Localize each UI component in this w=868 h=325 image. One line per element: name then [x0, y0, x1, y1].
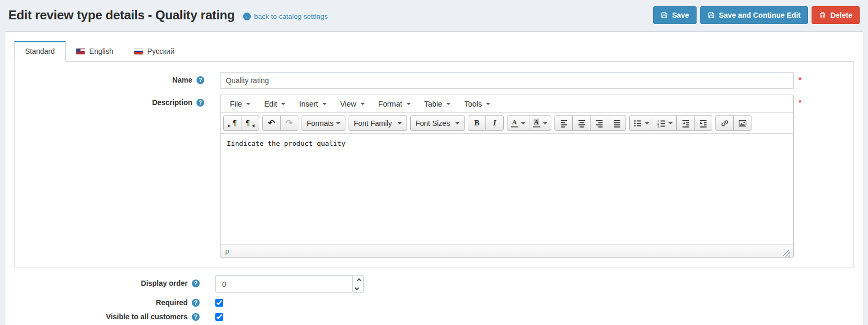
editor-content-area[interactable]: Iindicate the product quality: [221, 134, 793, 244]
trash-icon: [819, 11, 826, 19]
display-order-help-icon[interactable]: ?: [192, 280, 200, 287]
name-label: Name: [172, 76, 192, 84]
pilcrow-icon: ¶: [233, 119, 237, 127]
outdent-icon: [681, 119, 690, 127]
description-label-col: Description ?: [15, 95, 220, 107]
formats-dropdown[interactable]: Formats: [302, 115, 345, 131]
display-order-input[interactable]: [215, 275, 352, 293]
editor-menu-insert[interactable]: Insert: [292, 95, 333, 112]
save-and-continue-button[interactable]: Save and Continue Edit: [700, 6, 808, 24]
visible-to-all-label: Visible to all customers: [106, 312, 188, 321]
justify-icon: [613, 119, 621, 127]
chevron-down-icon: [361, 103, 365, 105]
resize-handle-icon[interactable]: [783, 250, 790, 257]
visible-to-all-row: Visible to all customers ?: [14, 312, 854, 321]
svg-text:3: 3: [657, 125, 659, 127]
align-right-button[interactable]: [590, 115, 608, 131]
element-path[interactable]: p: [225, 247, 229, 255]
tab-standard[interactable]: Standard: [14, 41, 66, 62]
editor-paragraph: Iindicate the product quality: [227, 140, 787, 147]
direction-group: ¶ ¶: [223, 115, 259, 131]
italic-button[interactable]: I: [485, 115, 504, 131]
floppy-icon: [661, 11, 668, 19]
align-left-button[interactable]: [554, 115, 573, 131]
chevron-down-icon: [246, 103, 250, 105]
align-right-icon: [595, 119, 604, 127]
editor-menu-tools[interactable]: Tools: [457, 95, 497, 112]
display-order-row: Display order ?: [14, 275, 854, 293]
editor-menu-view[interactable]: View: [333, 95, 372, 112]
name-required-marker: *: [798, 72, 802, 84]
tab-english[interactable]: English: [66, 41, 124, 62]
outdent-button[interactable]: [676, 115, 695, 131]
chevron-down-icon: [446, 103, 450, 105]
spinner-up-button[interactable]: [353, 276, 363, 284]
pilcrow-icon: ¶: [246, 119, 250, 127]
tab-standard-label: Standard: [25, 47, 55, 55]
name-help-icon[interactable]: ?: [196, 76, 204, 84]
insert-group: [715, 115, 751, 131]
background-color-icon: A: [533, 119, 540, 127]
required-label: Required: [156, 298, 188, 307]
justify-button[interactable]: [608, 115, 626, 131]
editor-menu-table[interactable]: Table: [418, 95, 458, 112]
menu-tools-label: Tools: [464, 100, 482, 108]
font-family-dropdown[interactable]: Font Family: [349, 115, 407, 131]
chevron-up-icon: [357, 278, 361, 282]
font-sizes-dropdown[interactable]: Font Sizes: [410, 115, 465, 131]
chevron-down-icon: [281, 103, 285, 105]
insert-image-button[interactable]: [733, 115, 751, 131]
editor-menu-file[interactable]: File: [223, 95, 257, 112]
editor-menu-format[interactable]: Format: [372, 95, 418, 112]
editor-menu-edit[interactable]: Edit: [257, 95, 292, 112]
indent-button[interactable]: [694, 115, 712, 131]
name-input[interactable]: [220, 72, 794, 89]
save-button-label: Save: [672, 11, 689, 19]
redo-button[interactable]: ↷: [280, 115, 298, 131]
required-help-icon[interactable]: ?: [192, 299, 200, 307]
bullet-list-icon: [633, 119, 642, 127]
description-editor-col: File Edit Insert View Format Table Tools…: [220, 95, 794, 258]
tab-english-label: English: [89, 47, 113, 55]
numeric-spinner: [352, 275, 364, 293]
insert-link-button[interactable]: [715, 115, 734, 131]
save-and-continue-label: Save and Continue Edit: [719, 11, 801, 19]
visible-to-all-help-icon[interactable]: ?: [192, 313, 200, 321]
formats-label: Formats: [307, 119, 333, 127]
font-family-label: Font Family: [354, 119, 392, 127]
background-color-button[interactable]: A: [529, 115, 551, 131]
save-button[interactable]: Save: [653, 6, 697, 24]
delete-button[interactable]: Delete: [812, 6, 860, 24]
bold-button[interactable]: B: [468, 115, 486, 131]
color-group: A A: [507, 115, 551, 131]
page: Edit review type details - Quality ratin…: [0, 0, 868, 325]
back-to-catalog-settings-link[interactable]: ← back to catalog settings: [243, 13, 328, 20]
undo-redo-group: ↶ ↷: [262, 115, 298, 131]
spinner-down-button[interactable]: [353, 284, 363, 292]
undo-button[interactable]: ↶: [262, 115, 281, 131]
floppy-icon: [708, 11, 715, 19]
bold-italic-group: B I: [468, 115, 504, 131]
arrow-circle-left-icon: ←: [243, 13, 251, 20]
visible-to-all-checkbox[interactable]: [215, 313, 223, 321]
chevron-down-icon: [645, 122, 649, 124]
chevron-down-icon: [543, 122, 547, 124]
name-input-col: [220, 72, 794, 89]
rtl-button[interactable]: ¶: [241, 115, 259, 131]
display-order-label: Display order: [141, 279, 188, 287]
align-center-button[interactable]: [572, 115, 591, 131]
display-order-label-col: Display order ?: [14, 275, 215, 287]
numbered-list-button[interactable]: 123: [653, 115, 677, 131]
description-help-icon[interactable]: ?: [196, 99, 204, 107]
ltr-button[interactable]: ¶: [223, 115, 241, 131]
tab-russian[interactable]: Русский: [124, 41, 185, 62]
editor-statusbar: p: [221, 244, 793, 257]
menu-insert-label: Insert: [299, 100, 318, 108]
required-checkbox[interactable]: [215, 299, 223, 307]
bullet-list-button[interactable]: [629, 115, 653, 131]
text-color-button[interactable]: A: [507, 115, 529, 131]
ru-flag-icon: [134, 49, 143, 54]
us-flag-icon: [76, 49, 85, 54]
chevron-down-icon: [398, 122, 402, 124]
display-order-numeric: [215, 275, 364, 293]
